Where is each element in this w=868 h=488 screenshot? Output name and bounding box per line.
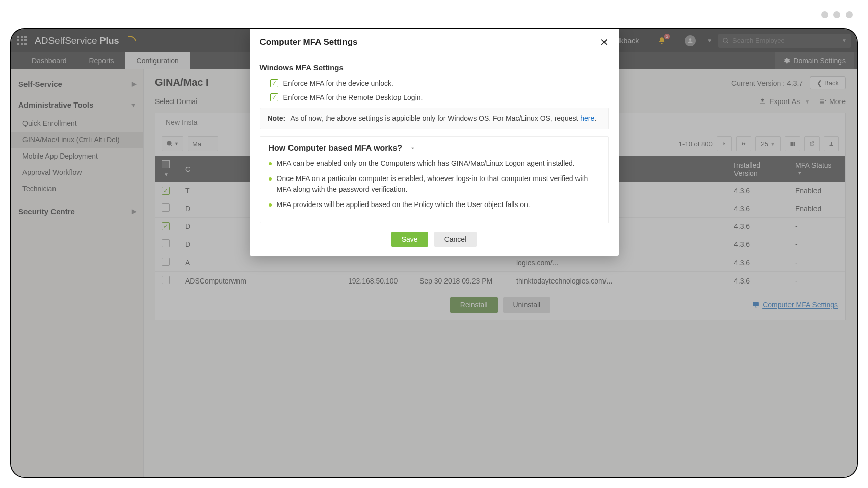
modal-close-button[interactable]: ✕ — [600, 37, 609, 47]
checkbox-checked-icon[interactable] — [270, 79, 278, 87]
how-title: How Computer based MFA works? — [269, 144, 403, 153]
modal-title: Computer MFA Settings — [260, 37, 358, 47]
save-button[interactable]: Save — [391, 232, 428, 247]
how-it-works-box: How Computer based MFA works? MFA can be… — [260, 136, 609, 223]
cancel-button[interactable]: Cancel — [434, 232, 477, 247]
note-box: Note: As of now, the above settings is a… — [260, 108, 609, 129]
option-label: Enforce MFA for the Remote Desktop Login… — [283, 93, 423, 101]
checkbox-checked-icon[interactable] — [270, 93, 278, 101]
request-here-link[interactable]: here — [580, 114, 594, 122]
enforce-unlock-option[interactable]: Enforce MFA for the device unlock. — [270, 79, 609, 87]
window-dot — [833, 11, 840, 18]
bullet-item: Once MFA on a particular computer is ena… — [269, 173, 600, 195]
window-controls — [821, 11, 853, 18]
window-dot — [821, 11, 828, 18]
enforce-rdp-option[interactable]: Enforce MFA for the Remote Desktop Login… — [270, 93, 609, 101]
bullet-item: MFA can be enabled only on the Computers… — [269, 158, 600, 169]
how-it-works-toggle[interactable]: How Computer based MFA works? — [269, 144, 600, 153]
bullet-item: MFA providers will be applied based on t… — [269, 199, 600, 211]
section-heading: Windows MFA Settings — [260, 63, 609, 72]
window-dot — [846, 11, 853, 18]
chevron-down-icon — [409, 145, 416, 152]
note-text: As of now, the above settings is appicib… — [290, 114, 580, 122]
note-label: Note: — [268, 114, 286, 122]
option-label: Enforce MFA for the device unlock. — [283, 79, 393, 87]
mfa-settings-modal: Computer MFA Settings ✕ Windows MFA Sett… — [250, 29, 619, 256]
